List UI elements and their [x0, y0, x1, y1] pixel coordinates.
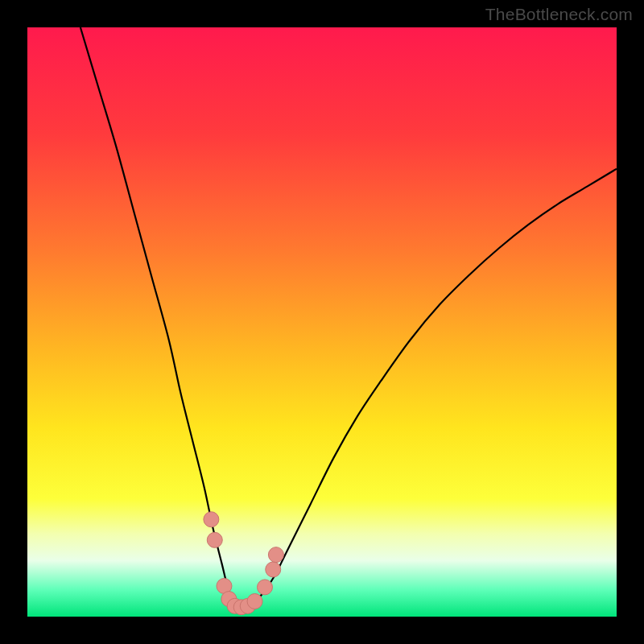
data-marker [268, 547, 283, 563]
watermark-text: TheBottleneck.com [485, 5, 633, 24]
gradient-background [27, 27, 617, 617]
bottleneck-chart [27, 27, 617, 617]
data-marker [204, 512, 219, 527]
chart-frame: TheBottleneck.com [0, 0, 644, 644]
data-marker [257, 580, 272, 595]
data-marker [207, 532, 222, 547]
data-marker [247, 593, 262, 609]
plot-area [27, 27, 617, 617]
data-marker [266, 562, 281, 577]
